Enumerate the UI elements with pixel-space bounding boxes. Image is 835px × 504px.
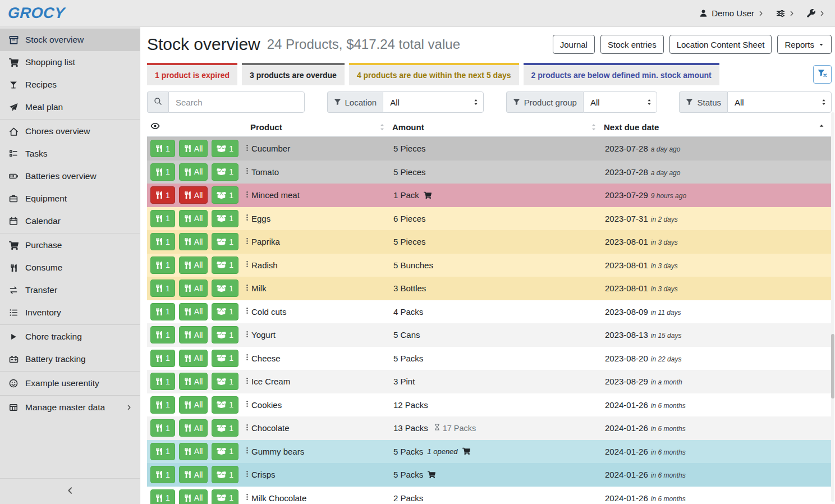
search-input[interactable] [168, 91, 305, 113]
sidebar-collapse-button[interactable] [0, 478, 140, 504]
amount-value: 12 Packs [393, 400, 428, 410]
consume-one-button[interactable]: 1 [150, 326, 175, 343]
utensils-icon [8, 264, 19, 272]
consume-all-button[interactable]: All [179, 443, 208, 460]
open-one-button[interactable]: 1 [212, 256, 238, 274]
consume-one-button[interactable]: 1 [150, 140, 175, 157]
product-group-select[interactable]: All [583, 91, 657, 113]
due-cell: 2023-08-01 in 3 days [604, 283, 832, 293]
consume-all-button[interactable]: All [179, 186, 208, 204]
consume-one-button[interactable]: 1 [150, 373, 175, 390]
consume-one-button[interactable]: 1 [150, 256, 175, 274]
sidebar-item-recipes[interactable]: Recipes [0, 74, 140, 96]
consume-one-button[interactable]: 1 [150, 233, 175, 250]
consume-one-button[interactable]: 1 [150, 350, 175, 367]
location-content-sheet-button[interactable]: Location Content Sheet [669, 35, 772, 54]
open-one-button[interactable]: 1 [212, 163, 238, 181]
sidebar-item-chore-tracking[interactable]: Chore tracking [0, 326, 140, 348]
consume-one-button[interactable]: 1 [150, 466, 175, 483]
sidebar-item-equipment[interactable]: Equipment [0, 187, 140, 210]
column-header-next-due-date[interactable]: Next due date [604, 118, 832, 136]
sidebar-item-chores-overview[interactable]: Chores overview [0, 120, 140, 143]
open-one-button[interactable]: 1 [212, 186, 238, 204]
location-select[interactable]: All [383, 91, 484, 113]
open-one-button[interactable]: 1 [212, 326, 238, 343]
sidebar-item-batteries-overview[interactable]: Batteries overview [0, 165, 140, 187]
consume-one-button[interactable]: 1 [150, 443, 175, 460]
consume-all-button[interactable]: All [179, 489, 208, 504]
user-menu[interactable]: Demo User [699, 8, 764, 18]
consume-all-button[interactable]: All [179, 163, 208, 181]
column-header-amount[interactable]: Amount [392, 118, 604, 136]
status-card-due-soon[interactable]: 4 products are due within the next 5 day… [349, 63, 519, 85]
clear-filters-button[interactable] [813, 65, 832, 84]
open-one-button[interactable]: 1 [212, 140, 238, 157]
eye-icon[interactable] [150, 121, 160, 132]
stock-entries-button[interactable]: Stock entries [600, 35, 664, 54]
journal-button[interactable]: Journal [553, 35, 595, 54]
sidebar-divider [0, 119, 140, 120]
product-name: Cookies [250, 400, 392, 410]
admin-menu[interactable] [807, 9, 825, 17]
row-actions: 1 All 1 [147, 489, 250, 504]
amount-cell: 4 Packs [392, 307, 604, 317]
due-relative: in 6 months [651, 471, 686, 479]
consume-all-button[interactable]: All [179, 373, 208, 390]
utensils-icon [184, 378, 191, 385]
consume-all-button[interactable]: All [179, 280, 208, 297]
sidebar-item-purchase[interactable]: Purchase [0, 234, 140, 256]
sidebar-item-tasks[interactable]: Tasks [0, 143, 140, 165]
open-one-button[interactable]: 1 [212, 350, 238, 367]
consume-all-button[interactable]: All [179, 233, 208, 250]
consume-all-button[interactable]: All [179, 466, 208, 483]
consume-one-button[interactable]: 1 [150, 303, 175, 320]
consume-one-button[interactable]: 1 [150, 210, 175, 227]
sidebar-item-transfer[interactable]: Transfer [0, 279, 140, 301]
sidebar-item-stock-overview[interactable]: Stock overview [0, 29, 140, 51]
open-one-button[interactable]: 1 [212, 210, 238, 227]
consume-one-button[interactable]: 1 [150, 489, 175, 504]
consume-all-button[interactable]: All [179, 256, 208, 274]
app-logo[interactable]: GROCY [7, 4, 66, 22]
open-one-button[interactable]: 1 [212, 443, 238, 460]
sidebar-item-battery-tracking[interactable]: Battery tracking [0, 348, 140, 370]
consume-all-button[interactable]: All [179, 419, 208, 437]
settings-menu[interactable] [776, 9, 795, 18]
column-header-product[interactable]: Product [250, 118, 392, 136]
open-one-button[interactable]: 1 [212, 489, 238, 504]
consume-all-button[interactable]: All [179, 396, 208, 414]
consume-all-button[interactable]: All [179, 303, 208, 320]
sidebar-item-example-userentity[interactable]: Example userentity [0, 372, 140, 395]
sidebar-item-shopping-list[interactable]: Shopping list [0, 51, 140, 74]
sidebar-item-manage-master-data[interactable]: Manage master data [0, 396, 140, 419]
reports-button[interactable]: Reports [777, 35, 832, 54]
consume-one-button[interactable]: 1 [150, 186, 175, 204]
open-one-button[interactable]: 1 [212, 280, 238, 297]
box-open-icon [217, 331, 226, 339]
sidebar-item-consume[interactable]: Consume [0, 256, 140, 279]
consume-all-button[interactable]: All [179, 210, 208, 227]
consume-all-button[interactable]: All [179, 326, 208, 343]
status-select[interactable]: All [727, 91, 832, 113]
open-one-button[interactable]: 1 [212, 303, 238, 320]
open-one-button[interactable]: 1 [212, 233, 238, 250]
sidebar-item-calendar[interactable]: Calendar [0, 210, 140, 232]
open-one-button[interactable]: 1 [212, 396, 238, 414]
consume-one-button[interactable]: 1 [150, 280, 175, 297]
open-one-button[interactable]: 1 [212, 419, 238, 437]
due-relative: in 11 days [651, 309, 681, 317]
status-card-expired[interactable]: 1 product is expired [147, 63, 237, 85]
status-card-below-min[interactable]: 2 products are below defined min. stock … [524, 63, 719, 85]
consume-one-button[interactable]: 1 [150, 396, 175, 414]
open-one-button[interactable]: 1 [212, 466, 238, 483]
consume-one-button[interactable]: 1 [150, 419, 175, 437]
status-card-overdue[interactable]: 3 products are overdue [242, 63, 345, 85]
product-name: Ice Cream [250, 377, 392, 386]
open-one-button[interactable]: 1 [212, 373, 238, 390]
sidebar-item-meal-plan[interactable]: Meal plan [0, 96, 140, 118]
scrollbar-thumb[interactable] [831, 334, 834, 398]
consume-one-button[interactable]: 1 [150, 163, 175, 181]
consume-all-button[interactable]: All [179, 140, 208, 157]
sidebar-item-inventory[interactable]: Inventory [0, 301, 140, 324]
consume-all-button[interactable]: All [179, 350, 208, 367]
